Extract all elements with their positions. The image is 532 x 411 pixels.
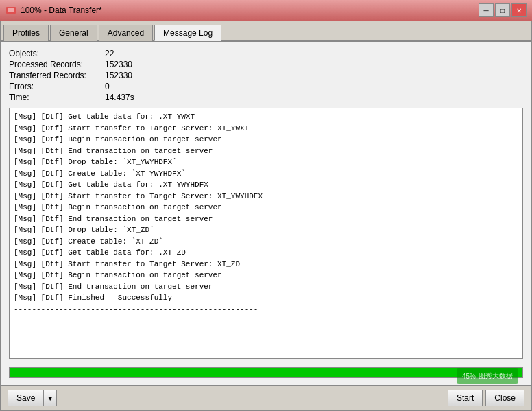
- close-button-bottom[interactable]: Close: [485, 390, 524, 406]
- watermark-percent: 45%: [462, 373, 476, 380]
- processed-value: 152330: [105, 60, 523, 69]
- bottom-right-buttons: Start Close: [448, 390, 524, 406]
- window-title: 100% - Data Transfer*: [21, 5, 102, 15]
- tab-general[interactable]: General: [50, 25, 97, 41]
- title-bar: 100% - Data Transfer* ─ □ ✕: [0, 0, 532, 21]
- transferred-value: 152330: [105, 71, 523, 80]
- message-log[interactable]: [Msg] [Dtf] Get table data for: .XT_YWXT…: [10, 108, 522, 358]
- tab-message-log[interactable]: Message Log: [154, 25, 221, 41]
- errors-value: 0: [105, 82, 523, 91]
- app-icon: [5, 5, 16, 16]
- bottom-left-buttons: Save ▼: [8, 390, 57, 406]
- progress-container: [9, 367, 523, 378]
- title-bar-left: 100% - Data Transfer*: [5, 5, 102, 16]
- progress-bar: [10, 368, 522, 377]
- message-log-container: [Msg] [Dtf] Get table data for: .XT_YWXT…: [9, 108, 523, 359]
- minimize-button[interactable]: ─: [479, 3, 494, 17]
- stats-section: Objects: 22 Processed Records: 152330 Tr…: [9, 49, 523, 102]
- svg-rect-1: [8, 8, 14, 12]
- save-dropdown-button[interactable]: ▼: [44, 390, 57, 406]
- tab-bar: Profiles General Advanced Message Log: [1, 21, 531, 42]
- maximize-button[interactable]: □: [495, 3, 510, 17]
- dropdown-arrow-icon: ▼: [47, 395, 53, 402]
- time-value: 14.437s: [105, 93, 523, 102]
- watermark-text: 图秀大数据: [479, 371, 513, 381]
- tab-advanced[interactable]: Advanced: [99, 25, 153, 41]
- save-button[interactable]: Save: [8, 390, 44, 406]
- objects-label: Objects:: [9, 49, 105, 58]
- title-bar-controls: ─ □ ✕: [479, 3, 527, 17]
- start-button[interactable]: Start: [448, 390, 483, 406]
- time-label: Time:: [9, 93, 105, 102]
- errors-label: Errors:: [9, 82, 105, 91]
- content-area: Objects: 22 Processed Records: 152330 Tr…: [1, 42, 531, 385]
- objects-value: 22: [105, 49, 523, 58]
- bottom-bar: Save ▼ Start Close: [1, 385, 531, 410]
- processed-label: Processed Records:: [9, 60, 105, 69]
- main-window: Profiles General Advanced Message Log Ob…: [0, 21, 532, 411]
- transferred-label: Transferred Records:: [9, 71, 105, 80]
- watermark: 45% 图秀大数据: [457, 368, 518, 384]
- tab-profiles[interactable]: Profiles: [3, 25, 49, 41]
- close-button[interactable]: ✕: [511, 3, 527, 17]
